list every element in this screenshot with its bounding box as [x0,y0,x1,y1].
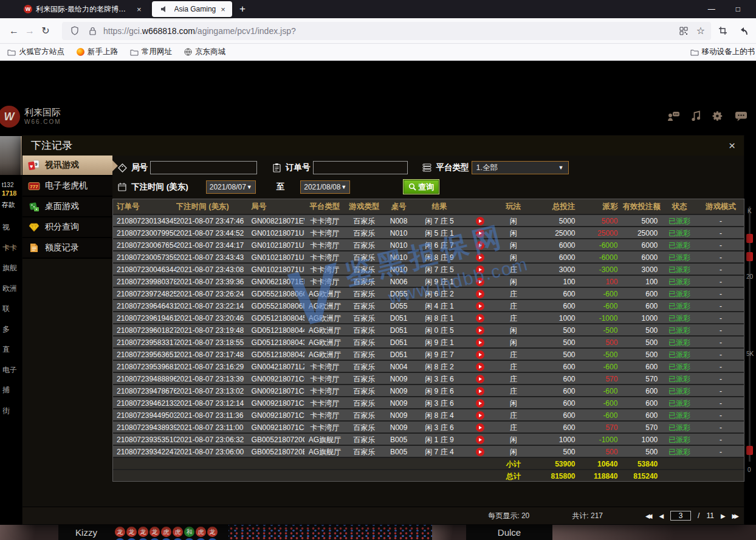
customer-service-icon[interactable] [667,111,680,121]
first-page-button[interactable]: ◀◀ [645,513,652,519]
qr-scan-icon[interactable] [677,27,690,35]
query-button[interactable]: 查询 [404,180,439,194]
undo-arrow-icon[interactable] [737,27,750,35]
replay-button[interactable] [476,241,484,250]
window-minimize-button[interactable]: — [708,5,715,13]
sidebar-item-points[interactable]: 积分查询 [22,217,112,238]
window-maximize-button[interactable]: □ [736,5,740,13]
replay-button[interactable] [476,448,484,456]
replay-button[interactable] [476,399,484,408]
replay-button[interactable] [476,253,484,262]
replay-button[interactable] [476,375,484,383]
left-nav-fragment[interactable]: 街 [0,401,22,422]
new-tab-button[interactable]: + [239,3,246,15]
platform-type-select[interactable]: 1.全部 ▼ [472,161,569,174]
replay-button[interactable] [476,387,484,395]
next-page-button[interactable]: ▶ [721,513,726,519]
last-page-button[interactable]: ▶▶ [732,513,739,519]
table-row[interactable]: 210807239539681 2021-08-07 23:16:29 GN00… [113,360,744,372]
replay-button[interactable] [476,290,484,298]
table-row[interactable]: 210807230079950 2021-08-07 23:44:52 GN01… [113,226,744,238]
browser-tab-asia-gaming[interactable]: Asia Gaming × [152,1,232,17]
bookmark-getting-started[interactable]: 新手上路 [77,47,118,57]
table-row[interactable]: 210807239563651 2021-08-07 23:17:48 GD05… [113,347,744,360]
replay-button[interactable] [476,411,484,420]
left-nav-fragment[interactable]: 电子 [0,360,22,381]
replay-button[interactable] [476,436,484,444]
cell-payout: -600 [583,385,623,396]
cell-table: N009 [383,397,414,408]
forward-button[interactable]: → [22,26,38,36]
sidebar-item-quota-records[interactable]: 额度记录 [22,238,112,259]
table-row[interactable]: 210807239342247 2021-08-07 23:06:00 GB00… [113,445,744,457]
table-row[interactable]: 210807239488896 2021-08-07 23:13:39 GN00… [113,372,744,384]
replay-button[interactable] [476,314,484,323]
left-nav-fragment[interactable]: 多 [0,320,22,340]
gear-icon[interactable] [712,111,723,121]
reload-button[interactable]: ↻ [38,25,53,36]
screenshot-crop-icon[interactable] [716,26,729,35]
replay-button[interactable] [476,350,484,359]
sidebar-item-video-games[interactable]: 9♥ 视讯游戏 [22,156,112,176]
music-icon[interactable] [692,111,701,121]
replay-button[interactable] [476,278,484,286]
table-row[interactable]: 210807239601827 2021-08-07 23:19:48 GD05… [113,323,744,335]
lock-icon[interactable] [86,27,99,35]
table-row[interactable]: 210807239646431 2021-08-07 23:22:14 GD05… [113,299,744,311]
left-nav-fragment[interactable]: 捕 [0,380,22,401]
left-nav-fragment[interactable]: 联 [0,299,22,320]
replay-button[interactable] [476,326,484,335]
page-number-input[interactable] [670,511,691,521]
bookmark-mobile-folder[interactable]: 移动设备上的书 [690,47,755,57]
table-row[interactable]: 210807239478676 2021-08-07 23:13:02 GN00… [113,384,744,396]
replay-button[interactable] [476,217,484,225]
bookmark-star-icon[interactable]: ☆ [696,25,705,36]
tab-close-button[interactable]: × [136,5,143,14]
table-row[interactable]: 210807230046344 2021-08-07 23:43:08 GN01… [113,262,744,275]
chat-bubble-icon[interactable] [735,111,747,121]
replay-button[interactable] [476,302,484,310]
date-to-picker[interactable]: 2021/08/08 ▼ [300,180,350,194]
left-nav-fragment[interactable]: 视 [0,217,22,238]
round-id-input[interactable] [150,161,257,174]
left-nav-fragment[interactable]: 旗舰 [0,258,22,279]
table-row[interactable]: 210807230057359 2021-08-07 23:43:43 GN01… [113,250,744,262]
table-row[interactable]: 210807230067654 2021-08-07 23:44:17 GN01… [113,238,744,250]
cell-order-id: 210807239563651 [113,349,176,360]
date-from-picker[interactable]: 2021/08/07 ▼ [206,180,256,194]
tab-close-button[interactable]: × [219,5,227,14]
table-row[interactable]: 210807239583317 2021-08-07 23:18:55 GD05… [113,335,744,347]
browser-tab-w66[interactable]: W 利来国际-最给力的老牌博彩网站 × [18,1,148,17]
sidebar-item-slots[interactable]: 777 电子老虎机 [22,176,112,197]
shield-icon[interactable] [68,26,81,35]
table-row[interactable]: 210807230134345 2021-08-07 23:47:46 GN00… [113,214,744,226]
table-row[interactable]: 210807239980378 2021-08-07 23:39:36 GN00… [113,275,744,287]
replay-button[interactable] [476,338,484,347]
prev-page-button[interactable]: ◀ [659,513,664,519]
left-nav-fragment[interactable]: 直 [0,340,22,360]
bookmark-jd[interactable]: 京东商城 [184,47,225,57]
w66-logo[interactable]: W [0,106,20,128]
sidebar-item-table-games[interactable]: 桌面游戏 [22,197,112,217]
url-text[interactable]: https://gci.w668818.com/agingame/pcv1/in… [103,26,296,36]
replay-button[interactable] [476,363,484,371]
deposit-button[interactable]: 存款 [2,200,15,210]
replay-button[interactable] [476,423,484,432]
table-row[interactable]: 210807239619461 2021-08-07 23:20:46 GD05… [113,311,744,323]
modal-close-button[interactable]: × [729,140,735,151]
order-id-input[interactable] [313,161,408,174]
replay-button[interactable] [476,229,484,238]
bookmark-folder-firefox[interactable]: 火狐官方站点 [7,47,64,57]
table-row[interactable]: 210807239438939 2021-08-07 23:11:00 GN00… [113,420,744,432]
user-avatar[interactable] [0,136,22,175]
url-bar[interactable]: https://gci.w668818.com/agingame/pcv1/in… [62,22,711,40]
table-row[interactable]: 210807239353510 2021-08-07 23:06:32 GB00… [113,432,744,445]
back-button[interactable]: ← [6,26,22,36]
replay-button[interactable] [476,265,484,274]
table-row[interactable]: 210807239724825 2021-08-07 23:26:24 GD05… [113,287,744,299]
table-row[interactable]: 210807239449503 2021-08-07 23:11:36 GN00… [113,408,744,420]
left-nav-fragment[interactable]: 欧洲 [0,279,22,299]
bookmark-folder-common[interactable]: 常用网址 [130,47,172,57]
table-row[interactable]: 210807239462133 2021-08-07 23:12:14 GN00… [113,396,744,408]
left-nav-fragment[interactable]: 卡卡 [0,238,22,259]
